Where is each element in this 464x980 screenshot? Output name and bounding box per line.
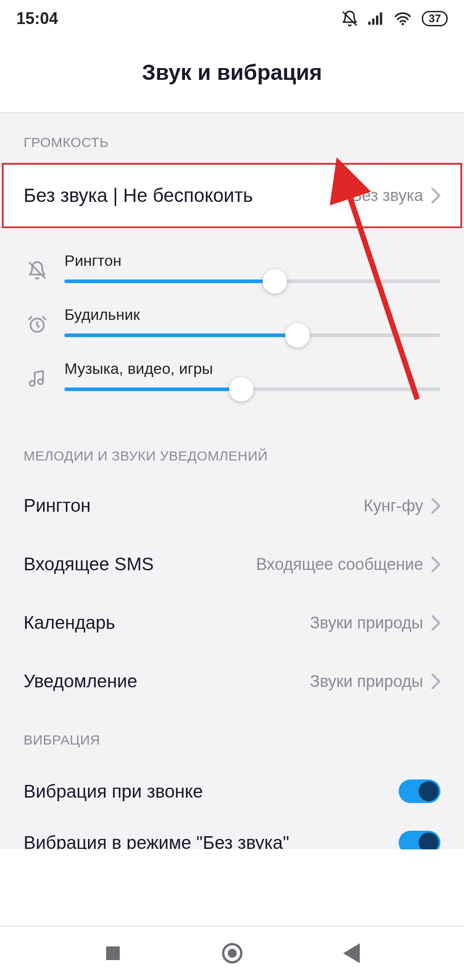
alarm-slider-row: Будильник <box>24 306 440 337</box>
ringtone-title: Рингтон <box>24 495 91 516</box>
media-slider-label: Музыка, видео, игры <box>64 360 440 377</box>
wifi-icon <box>394 11 412 26</box>
vibration-call-toggle[interactable] <box>399 779 440 803</box>
chevron-right-icon <box>431 615 440 631</box>
notification-row[interactable]: Уведомление Звуки природы <box>0 652 464 710</box>
battery-icon: 37 <box>422 11 448 26</box>
ringtone-slider-label: Рингтон <box>64 252 440 270</box>
status-icons: 37 <box>341 10 448 27</box>
vibration-silent-row[interactable]: Вибрация в режиме "Без звука" <box>0 822 464 849</box>
chevron-right-icon <box>431 498 440 514</box>
svg-rect-12 <box>106 946 120 960</box>
sms-value: Входящее сообщение <box>256 555 423 574</box>
section-melodies-label: МЕЛОДИИ И ЗВУКИ УВЕДОМЛЕНИЙ <box>0 426 464 476</box>
media-slider-row: Музыка, видео, игры <box>24 360 440 391</box>
chevron-right-icon <box>431 188 440 203</box>
svg-marker-15 <box>343 943 360 963</box>
svg-point-14 <box>228 949 237 958</box>
svg-rect-3 <box>376 15 378 24</box>
svg-rect-2 <box>372 19 375 25</box>
calendar-row[interactable]: Календарь Звуки природы <box>0 593 464 652</box>
sms-title: Входящее SMS <box>24 554 154 574</box>
svg-rect-4 <box>380 12 382 24</box>
svg-point-5 <box>402 23 404 25</box>
chevron-right-icon <box>431 674 440 689</box>
ringtone-value: Кунг-фу <box>364 496 423 515</box>
svg-point-9 <box>38 379 43 384</box>
notification-title: Уведомление <box>24 671 137 691</box>
vibration-call-title: Вибрация при звонке <box>24 781 203 802</box>
calendar-value: Звуки природы <box>310 613 423 632</box>
notification-value: Звуки природы <box>310 672 423 691</box>
ringtone-row[interactable]: Рингтон Кунг-фу <box>0 476 464 535</box>
signal-icon <box>368 12 384 25</box>
navigation-bar <box>0 926 464 980</box>
calendar-title: Календарь <box>24 612 115 633</box>
silent-dnd-value: Без звука <box>351 186 423 205</box>
sms-row[interactable]: Входящее SMS Входящее сообщение <box>0 535 464 593</box>
status-bar: 15:04 37 <box>0 0 464 33</box>
media-slider[interactable] <box>64 387 440 391</box>
home-button[interactable] <box>221 942 244 965</box>
page-title: Звук и вибрация <box>0 33 464 112</box>
chevron-right-icon <box>431 557 440 572</box>
status-time: 15:04 <box>16 9 58 28</box>
svg-rect-1 <box>368 22 371 25</box>
ringtone-slider-row: Рингтон <box>24 252 440 283</box>
svg-point-8 <box>30 381 35 386</box>
dnd-status-icon <box>341 10 358 27</box>
vibration-silent-toggle[interactable] <box>399 831 440 849</box>
section-vibration-label: ВИБРАЦИЯ <box>0 710 464 760</box>
section-volume-label: ГРОМКОСТЬ <box>0 113 464 163</box>
back-button[interactable] <box>343 943 360 963</box>
silent-dnd-row[interactable]: Без звука | Не беспокоить Без звука <box>2 163 462 228</box>
ringtone-slider[interactable] <box>64 279 440 283</box>
silent-dnd-title: Без звука | Не беспокоить <box>24 185 253 206</box>
bell-off-icon <box>27 260 47 282</box>
alarm-slider-label: Будильник <box>64 306 440 323</box>
alarm-slider[interactable] <box>64 333 440 337</box>
alarm-clock-icon <box>27 314 47 336</box>
vibration-call-row[interactable]: Вибрация при звонке <box>0 760 464 822</box>
vibration-silent-title: Вибрация в режиме "Без звука" <box>24 833 289 850</box>
recent-apps-button[interactable] <box>104 945 122 962</box>
music-note-icon <box>27 368 47 390</box>
